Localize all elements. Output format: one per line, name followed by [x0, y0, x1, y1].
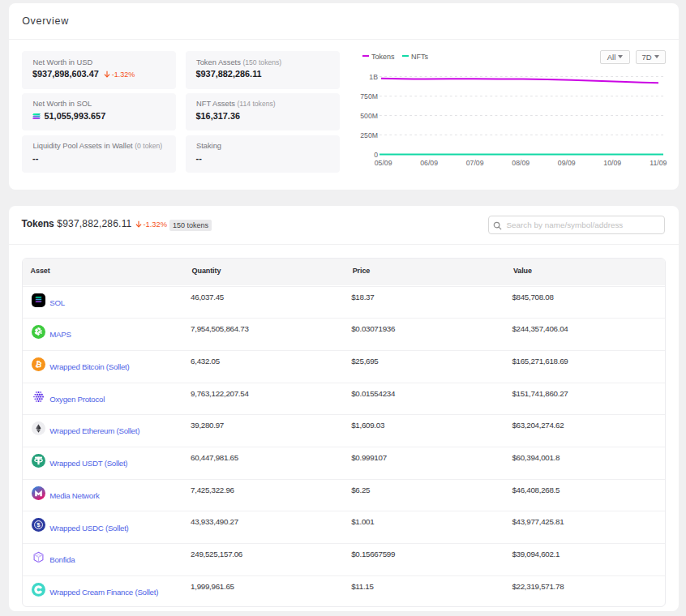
svg-text:750M: 750M [360, 92, 378, 101]
svg-text:1B: 1B [369, 73, 378, 81]
svg-text:11/09: 11/09 [650, 159, 667, 167]
svg-text:0: 0 [374, 151, 378, 159]
svg-text:07/09: 07/09 [466, 159, 484, 167]
svg-text:500M: 500M [360, 112, 378, 120]
svg-text:10/09: 10/09 [603, 159, 621, 167]
svg-text:08/09: 08/09 [512, 159, 530, 167]
svg-text:250M: 250M [360, 131, 378, 139]
svg-text:$: $ [36, 522, 41, 529]
svg-text:06/09: 06/09 [420, 159, 438, 167]
svg-text:09/09: 09/09 [558, 159, 576, 167]
svg-text:05/09: 05/09 [375, 159, 392, 167]
